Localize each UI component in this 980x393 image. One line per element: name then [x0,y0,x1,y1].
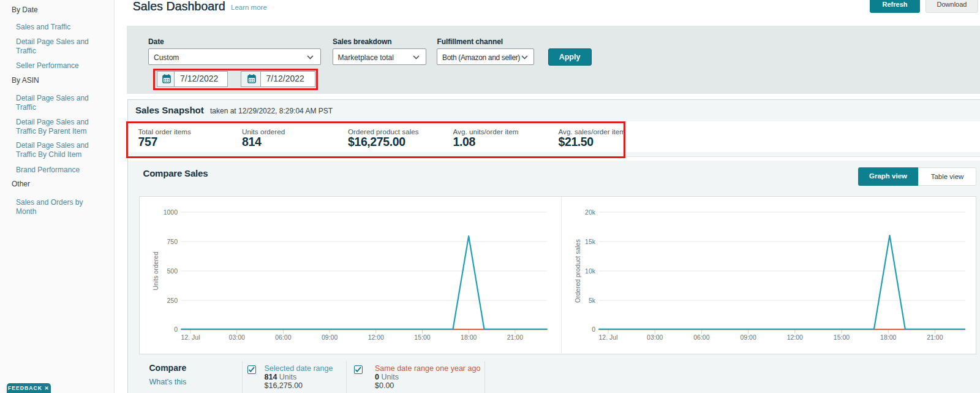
svg-text:500: 500 [167,267,178,275]
svg-text:12. Jul: 12. Jul [599,334,618,341]
svg-text:03:00: 03:00 [228,334,244,341]
svg-text:12:00: 12:00 [368,334,383,341]
svg-text:09:00: 09:00 [321,334,337,341]
svg-text:20k: 20k [585,208,596,216]
svg-text:18:00: 18:00 [880,334,896,341]
svg-text:1000: 1000 [163,208,178,216]
svg-text:Ordered product sales: Ordered product sales [574,239,581,303]
svg-text:18:00: 18:00 [461,334,477,341]
svg-text:15:00: 15:00 [414,334,430,341]
svg-text:03:00: 03:00 [647,334,663,341]
svg-text:06:00: 06:00 [275,334,291,341]
svg-text:12:00: 12:00 [787,334,803,341]
svg-text:15k: 15k [585,238,596,245]
svg-text:12. Jul: 12. Jul [181,334,200,341]
svg-text:21:00: 21:00 [927,334,943,341]
svg-text:0: 0 [174,326,178,333]
svg-text:10k: 10k [585,267,596,275]
svg-text:750: 750 [167,238,178,245]
svg-text:Units ordered: Units ordered [152,251,159,290]
svg-text:250: 250 [167,297,178,304]
svg-text:0: 0 [592,326,595,333]
svg-text:5k: 5k [589,297,596,304]
svg-text:06:00: 06:00 [693,334,709,341]
svg-text:15:00: 15:00 [834,334,850,341]
svg-text:09:00: 09:00 [740,334,756,341]
svg-text:21:00: 21:00 [507,334,522,341]
